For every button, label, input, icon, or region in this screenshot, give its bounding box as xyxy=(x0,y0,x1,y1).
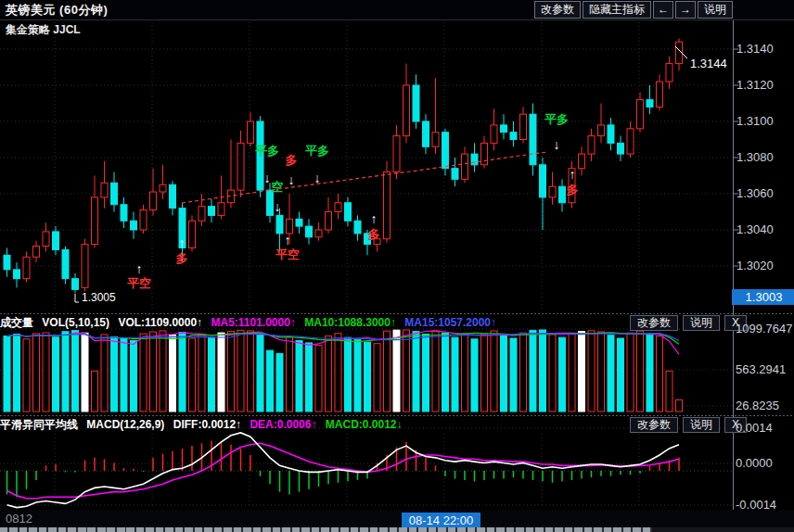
candle xyxy=(676,38,683,70)
volume-bar xyxy=(413,332,419,412)
volume-bar xyxy=(676,399,683,412)
candle xyxy=(657,74,663,110)
change-params-button[interactable]: 改参数 xyxy=(534,1,581,19)
time-scrollbar-track xyxy=(0,527,794,532)
volume-bar xyxy=(179,332,186,412)
candle xyxy=(248,112,254,146)
candle xyxy=(637,93,644,133)
macd-dea-value: DEA:0.0006↑ xyxy=(250,418,316,431)
volume-bar xyxy=(101,335,108,412)
candle xyxy=(647,85,653,114)
signal-label: ↑ xyxy=(179,235,186,250)
volume-value: VOL:1109.0000↑ xyxy=(118,316,202,329)
candle xyxy=(326,197,332,234)
candle xyxy=(101,161,108,209)
candle xyxy=(33,241,40,262)
candle xyxy=(491,108,497,150)
candle xyxy=(306,219,313,244)
signal-label: ↓ xyxy=(314,171,321,185)
candle xyxy=(209,199,215,222)
volume-title: 成交量 xyxy=(0,316,33,329)
strategy-label: 集金策略 JJCL xyxy=(6,22,81,38)
volume-change-params-button[interactable]: 改参数 xyxy=(630,315,678,331)
volume-bar xyxy=(131,340,137,412)
candle xyxy=(82,239,88,292)
volume-bar xyxy=(345,337,352,412)
macd-tick-label: 0.0014 xyxy=(736,421,773,435)
hide-main-indicator-button[interactable]: 隐藏主指标 xyxy=(583,1,651,19)
candle xyxy=(150,169,157,216)
scroll-right-icon[interactable]: → xyxy=(675,1,696,19)
candle xyxy=(666,57,672,89)
help-button[interactable]: 说明 xyxy=(698,1,733,19)
price-tick-label: 1.3020 xyxy=(736,259,774,272)
candle xyxy=(423,114,429,154)
signal-label: ↓ xyxy=(288,172,295,187)
volume-bar xyxy=(384,331,391,412)
candle xyxy=(131,212,137,239)
candle xyxy=(384,161,391,243)
volume-bar xyxy=(510,338,517,412)
candle xyxy=(540,158,546,230)
volume-bar xyxy=(520,333,527,412)
volume-bar xyxy=(198,334,205,412)
volume-bar xyxy=(150,332,157,412)
volume-bar xyxy=(33,334,40,412)
volume-bar xyxy=(218,333,224,412)
time-cursor-badge: 08-14 22:00 xyxy=(402,513,480,528)
candle xyxy=(413,74,419,129)
candle xyxy=(588,129,595,161)
signal-label: ↑ xyxy=(371,211,378,226)
candle xyxy=(530,104,536,176)
volume-bar xyxy=(14,334,20,412)
volume-bar xyxy=(618,338,624,412)
signal-label: 平空 xyxy=(275,247,300,261)
volume-bar xyxy=(276,353,283,412)
volume-bar xyxy=(657,336,663,412)
volume-bar xyxy=(335,334,341,412)
volume-bar xyxy=(237,330,244,412)
volume-bar xyxy=(588,331,595,412)
candle xyxy=(471,143,478,171)
macd-help-button[interactable]: 说明 xyxy=(683,417,720,433)
scroll-left-icon[interactable]: ← xyxy=(653,1,673,19)
price-tick-label: 1.3040 xyxy=(736,222,774,236)
volume-help-button[interactable]: 说明 xyxy=(683,315,720,331)
current-price-label: 1.3144 xyxy=(690,57,727,70)
candle xyxy=(121,197,127,228)
candle xyxy=(549,172,556,205)
volume-bar xyxy=(452,337,458,412)
time-scrollbar-thumb[interactable] xyxy=(0,527,652,532)
volume-bar xyxy=(365,342,371,412)
volume-bar xyxy=(608,336,614,412)
volume-bar xyxy=(423,334,429,412)
volume-bar xyxy=(403,330,410,412)
candle xyxy=(140,205,147,234)
volume-bar xyxy=(189,338,196,412)
last-price-badge: 1.3003 xyxy=(734,289,794,305)
candle xyxy=(452,158,458,186)
volume-bar xyxy=(374,344,380,412)
volume-bar xyxy=(354,340,361,412)
candle xyxy=(198,194,205,226)
macd-change-params-button[interactable]: 改参数 xyxy=(630,417,678,433)
volume-bar xyxy=(627,333,634,412)
volume-bar xyxy=(442,333,449,412)
candle xyxy=(510,121,517,146)
volume-tick-label: 1099.7647 xyxy=(736,322,792,336)
volume-tick-label: 26.8235 xyxy=(736,399,779,412)
signal-label: ↓ xyxy=(264,171,271,185)
volume-bar xyxy=(23,339,30,412)
candle xyxy=(189,215,196,251)
volume-ma5-value: MA5:1101.0000↑ xyxy=(211,316,295,329)
signal-label: 多 xyxy=(368,227,380,241)
signal-label: 平空 xyxy=(127,276,151,290)
top-bar: 英镑美元 (60分钟) 改参数 隐藏主指标 ← → 说明 xyxy=(0,0,794,20)
volume-bar xyxy=(62,332,69,412)
candle xyxy=(520,107,527,143)
volume-bar xyxy=(647,334,653,412)
candle xyxy=(442,129,449,176)
volume-bar xyxy=(228,332,235,412)
candle xyxy=(598,104,605,144)
candle xyxy=(403,64,410,144)
